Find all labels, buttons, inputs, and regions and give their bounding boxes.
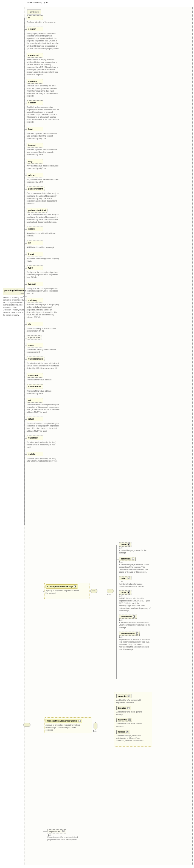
attribute-description: Why the metadata has been included - exp… [27, 164, 59, 169]
element-description: A related concept, where the relationshi… [116, 735, 148, 742]
occurrence-label: 0..∞ [119, 619, 156, 621]
attribute-literal: literalA free-text value assigned as pro… [27, 252, 62, 262]
attribute-description: A qualified code which identifies a conc… [27, 232, 59, 237]
element-description: Represents the position of a concept in … [119, 638, 150, 651]
expand-icon[interactable]: + [128, 591, 130, 593]
occurrence-label: 0..∞ [119, 581, 156, 583]
attribute-xml-lang: xml:langSpecifies the language of this p… [27, 298, 62, 318]
attribute-valueunituri: valueunituriThe unit of the value attrib… [27, 384, 62, 395]
attribute-box: how [27, 127, 43, 131]
element-box: note+ [119, 576, 132, 580]
attribute-box: modified [27, 79, 43, 84]
group-concept-relationships: ConceptRelationshipsGroup − A group of p… [44, 717, 92, 733]
expand-icon[interactable]: − [79, 720, 81, 722]
element-box: name+ [119, 542, 132, 547]
attribute---other: any ##other [27, 335, 62, 340]
element-box: hierarchyInfo+ [119, 631, 140, 636]
attribute-description: The unit of the value attribute - expres… [27, 390, 59, 395]
attribute-description: If the property value is not defined, sp… [27, 32, 59, 50]
expand-icon[interactable]: + [132, 558, 134, 560]
expand-icon[interactable]: + [129, 718, 131, 721]
expand-icon[interactable]: + [62, 830, 64, 832]
element-broader: broader+An identifier of a more generic … [116, 706, 150, 715]
attributes-section-label: attributes [27, 9, 41, 14]
expand-icon[interactable]: + [128, 577, 130, 579]
element-box: definition+ [119, 557, 136, 561]
attribute-description: Why the metadata has been included - exp… [27, 178, 59, 183]
expand-icon[interactable]: + [136, 632, 138, 634]
element-box: sameAs+ [116, 694, 132, 698]
element-description: An identifier of a concept with equivale… [116, 699, 148, 704]
expand-icon[interactable]: + [133, 615, 135, 618]
occurrence-label: 0..∞ [107, 593, 111, 595]
attributes-column: idThe local identifier of the property.c… [27, 16, 62, 465]
attribute-description: If the attribute is empty, specifies whi… [27, 58, 59, 76]
attribute-reluri: reluriThe identifier of a concept defini… [27, 416, 62, 432]
element-description: An identifier of a more generic concept. [116, 711, 148, 715]
attribute-box: valuedatatype [27, 356, 45, 361]
attribute-description: The unit of the value attribute. [27, 378, 59, 381]
element-box: related+ [116, 730, 130, 734]
attribute-description: The date (and, optionally, the time) whe… [27, 85, 59, 97]
element-box: remoteInfo+ [119, 615, 137, 619]
any-other-element: any ##other + 0..∞ Extension point for p… [48, 829, 83, 841]
expand-icon[interactable]: + [127, 707, 130, 709]
sequence-connector: 0..∞ [107, 589, 114, 593]
element-sameas: sameAs+An identifier of a concept with e… [116, 694, 150, 704]
element-box: broader+ [116, 706, 131, 710]
expand-icon[interactable]: + [128, 695, 130, 697]
attribute-description: The type of the concept assigned as cont… [27, 287, 59, 294]
element-description: Additional natural language information … [119, 583, 150, 588]
expand-icon[interactable]: + [128, 543, 130, 546]
element-description: A link to an item or a web resource whic… [119, 621, 150, 628]
expand-icon[interactable]: + [126, 731, 129, 733]
attribute-description: A URI which identifies a concept. [27, 246, 59, 248]
attribute-box: pubconstrainturi [27, 208, 48, 213]
sequence-connector [23, 723, 30, 727]
attribute-pubconstrainturi: pubconstrainturiOne or many constraints … [27, 208, 62, 223]
occurrence-label: 0..∞ [119, 547, 156, 549]
group-description: A group of properites required to define… [46, 589, 81, 594]
attribute-id: idThe local identifier of the property. [27, 16, 62, 23]
attribute-pubconstraint: pubconstraintOne or many constraints tha… [27, 186, 62, 204]
attribute-box: xml:lang [27, 298, 43, 303]
element-related: related+A related concept, where the rel… [116, 730, 150, 742]
attribute-box: dir [27, 322, 43, 327]
attribute-description: Specifies the language of this property … [27, 303, 59, 318]
root-element: planningExtProperty − 0..∞ Extension Pro… [3, 288, 24, 316]
group-description: A group of properites required to indica… [46, 724, 81, 731]
attribute-description: The date (and, optionally, the time) bef… [27, 441, 59, 448]
attribute-description: Indicates by which means the value was e… [27, 148, 59, 156]
occurrence-label: 0..∞ [48, 834, 84, 836]
expand-icon[interactable]: − [74, 585, 76, 587]
attribute-description: The date (and, optionally, the time) aft… [27, 457, 59, 462]
expand-icon[interactable]: − [4, 291, 6, 294]
element-description: In NAR 1.8 and later, facet is deprecate… [119, 597, 150, 612]
attribute-qcode: qcodeA qualified code which identifies a… [27, 226, 62, 237]
attribute-description: A free-text value assigned as property v… [27, 257, 59, 262]
attribute-box: id [27, 16, 43, 20]
group-concept-definition: ConceptDefinitionGroup − A group of prop… [44, 583, 89, 599]
attribute-box: pubconstraint [27, 186, 45, 191]
attribute-uri: uriA URI which identifies a concept. [27, 241, 62, 248]
element-remoteinfo: remoteInfo+0..∞A link to an item or a we… [119, 615, 156, 628]
attribute-description: The datatype of the value attribute – it… [27, 362, 59, 369]
element-description: A natural language definition of the sem… [119, 563, 150, 573]
attribute-type: typeThe type of the concept assigned as … [27, 266, 62, 278]
attribute-box: reluri [27, 416, 43, 421]
attribute-description: The related value (see more in the spec … [27, 348, 59, 353]
group-label: ConceptRelationshipsGroup − [46, 719, 82, 723]
attribute-description: If set to true the corresponding propert… [27, 106, 59, 123]
attribute-description: One or many constraints that apply to pu… [27, 213, 59, 223]
attribute-custom: customIf set to true the corresponding p… [27, 100, 62, 123]
attribute-box: qcode [27, 226, 43, 231]
occurrence-label: 0..∞ [119, 595, 156, 597]
element-box: narrower+ [116, 718, 132, 722]
type-container: attributes idThe local identifier of the… [24, 7, 193, 865]
element-hierarchyinfo: hierarchyInfo+0..∞Represents the positio… [119, 631, 156, 651]
attribute-description: The identifier of a concept defining the… [27, 403, 59, 413]
attribute-description: One or many constraints that apply to pu… [27, 192, 59, 204]
attribute-box: howuri [27, 143, 43, 148]
attributes-connector-line [24, 18, 25, 525]
attribute-description: Indicates by which means the value was e… [27, 132, 59, 140]
